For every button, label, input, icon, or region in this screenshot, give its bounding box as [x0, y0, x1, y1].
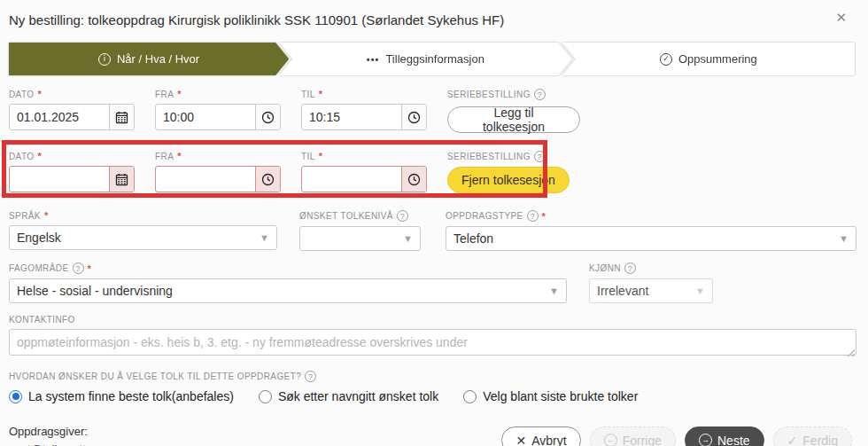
date-label: DATO* [9, 151, 135, 161]
sprak-label: SPRÅK* [9, 210, 277, 221]
fagomrade-field-group: FAGOMRÅDE?* Helse - sosial - undervisnin… [9, 262, 567, 303]
step-wrap: ••• Tilleggsinformasjon [279, 43, 572, 75]
footer-buttons: ✕ Avbryt ← Forrige → Neste ✓ Ferdig [501, 426, 852, 446]
radio-icon[interactable] [259, 390, 272, 403]
seriebestilling-label: SERIEBESTILLING? [447, 151, 580, 162]
step-wrap: i Når / Hva / Hvor [9, 43, 289, 75]
fagomrade-value: Helse - sosial - undervisning [17, 284, 173, 298]
calendar-icon[interactable] [109, 105, 134, 129]
chevron-down-icon: ▼ [839, 233, 849, 244]
step-wrap: ✓ Oppsummering [562, 43, 856, 75]
date-input-group [9, 166, 135, 192]
required-asterisk: * [37, 89, 42, 99]
to-time-input[interactable] [302, 105, 401, 129]
close-icon: ✕ [515, 434, 526, 446]
radio-selected-icon[interactable] [9, 390, 22, 403]
kjonn-label: KJØNN? [589, 262, 713, 274]
date-input[interactable] [10, 167, 109, 192]
kjonn-field-group: KJØNN? Irrelevant ▼ [589, 262, 713, 303]
fagomrade-select[interactable]: Helse - sosial - undervisning ▼ [9, 278, 567, 303]
arrow-left-icon: ← [604, 434, 617, 446]
clock-icon[interactable] [255, 105, 280, 129]
cancel-button[interactable]: ✕ Avbryt [501, 426, 580, 446]
subject-row: FAGOMRÅDE?* Helse - sosial - undervisnin… [9, 262, 857, 303]
step-label: Når / Hva / Hvor [117, 52, 199, 66]
from-input-group [155, 166, 281, 192]
oppdragstype-select[interactable]: Telefon ▼ [446, 226, 856, 251]
kontaktinfo-row: KONTAKTINFO [9, 315, 857, 359]
step-nar-hva-hvor[interactable]: i Når / Hva / Hvor [9, 43, 289, 75]
wizard-steps: i Når / Hva / Hvor ••• Tilleggsinformasj… [9, 43, 857, 75]
to-label: TIL* [301, 151, 427, 161]
from-time-input[interactable] [156, 105, 255, 129]
chevron-down-icon: ▼ [403, 233, 413, 244]
chevron-down-icon: ▼ [695, 286, 705, 296]
oppdragstype-label: OPPDRAGSTYPE?* [446, 210, 856, 222]
clock-icon[interactable] [255, 167, 280, 192]
to-field-group: TIL* [301, 151, 427, 192]
check-icon: ✓ [787, 434, 798, 446]
radio-label: La system finne beste tolk(anbefales) [28, 389, 234, 403]
new-booking-dialog: Ny bestilling: tolkeoppdrag Kirurgisk po… [0, 0, 868, 446]
info-icon: i [98, 53, 111, 66]
required-asterisk: * [37, 151, 42, 161]
help-icon[interactable]: ? [527, 210, 539, 222]
chevron-down-icon: ▼ [260, 232, 269, 243]
date-field-group: DATO* [9, 151, 135, 192]
radio-label: Velg blant siste brukte tolker [483, 389, 638, 403]
step-oppsummering[interactable]: ✓ Oppsummering [562, 43, 856, 75]
required-asterisk: * [177, 151, 182, 161]
kjonn-value: Irrelevant [597, 284, 648, 298]
from-label: FRA* [155, 89, 281, 99]
close-icon[interactable]: ✕ [835, 11, 847, 24]
to-label: TIL* [301, 89, 427, 99]
help-icon[interactable]: ? [624, 262, 636, 274]
kontaktinfo-wrap [9, 329, 856, 359]
required-asterisk: * [542, 211, 546, 222]
language-row: SPRÅK* Engelsk ▼ ØNSKET TOLKENIVÅ? ▼ OPP… [9, 210, 857, 251]
clock-icon[interactable] [401, 105, 426, 129]
to-time-input[interactable] [302, 167, 401, 192]
step-tilleggsinformasjon[interactable]: ••• Tilleggsinformasjon [279, 43, 572, 75]
to-input-group [301, 166, 427, 192]
sprak-select[interactable]: Engelsk ▼ [9, 225, 277, 250]
radio-option-system[interactable]: La system finne beste tolk(anbefales) [9, 389, 234, 403]
kontaktinfo-textarea[interactable] [9, 329, 856, 356]
seriebestilling-label: SERIEBESTILLING? [447, 89, 580, 100]
tolk-choice-row: HVORDAN ØNSKER DU Å VELGE TOLK TIL DETTE… [9, 371, 857, 403]
tolkeniva-select[interactable]: ▼ [299, 226, 421, 251]
from-time-input[interactable] [156, 167, 255, 192]
radio-option-recent[interactable]: Velg blant siste brukte tolker [463, 389, 638, 403]
clock-icon[interactable] [401, 167, 426, 192]
step-label: Tilleggsinformasjon [385, 52, 484, 66]
next-button[interactable]: → Neste [685, 426, 764, 446]
radio-option-named[interactable]: Søk etter navngitt ønsket tolk [259, 389, 438, 403]
sprak-value: Engelsk [17, 231, 61, 245]
session-row-1: DATO* FRA* TIL* [9, 89, 857, 133]
serie-group: SERIEBESTILLING? Fjern tolkesesjon [447, 151, 580, 193]
help-icon[interactable]: ? [397, 210, 408, 222]
add-session-button[interactable]: Legg til tolkesesjon [447, 106, 580, 133]
help-icon[interactable]: ? [305, 371, 316, 382]
help-icon[interactable]: ? [73, 262, 84, 274]
ellipsis-icon: ••• [367, 54, 380, 65]
chevron-down-icon: ▼ [549, 286, 559, 296]
from-field-group: FRA* [155, 89, 281, 130]
footer: Oppdragsgiver: post@tolkenett.no Telefon… [9, 423, 857, 446]
tolkeniva-field-group: ØNSKET TOLKENIVÅ? ▼ [299, 210, 421, 251]
help-icon[interactable]: ? [534, 151, 546, 162]
date-input[interactable] [10, 105, 109, 129]
titlebar: Ny bestilling: tolkeoppdrag Kirurgisk po… [9, 11, 857, 27]
calendar-icon[interactable] [109, 167, 134, 192]
oppdragsgiver-email: post@tolkenett.no [9, 441, 104, 446]
kontaktinfo-label: KONTAKTINFO [9, 315, 857, 325]
help-icon[interactable]: ? [534, 89, 546, 100]
from-label: FRA* [155, 151, 281, 161]
radio-icon[interactable] [463, 390, 477, 403]
tolk-choice-options: La system finne beste tolk(anbefales) Sø… [9, 389, 857, 403]
required-asterisk: * [319, 151, 323, 161]
remove-session-button[interactable]: Fjern tolkesesjon [447, 167, 570, 193]
kjonn-select[interactable]: Irrelevant ▼ [589, 278, 713, 303]
oppdragstype-field-group: OPPDRAGSTYPE?* Telefon ▼ [446, 210, 856, 251]
oppdragsgiver-line: Oppdragsgiver: [9, 423, 104, 441]
